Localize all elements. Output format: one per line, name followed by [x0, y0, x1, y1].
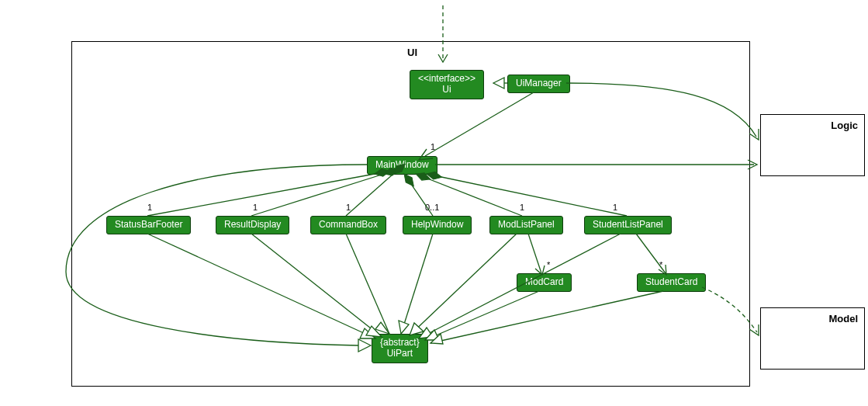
class-commandbox: CommandBox — [310, 216, 386, 234]
package-logic: Logic — [760, 114, 865, 176]
class-modcard: ModCard — [517, 273, 572, 292]
package-model: Model — [760, 307, 865, 370]
mult-mainwindow: 1 — [431, 142, 435, 151]
mult-modcard: * — [547, 260, 550, 269]
class-helpwindow: HelpWindow — [403, 216, 472, 234]
package-model-title: Model — [828, 313, 858, 324]
class-modlistpanel: ModListPanel — [489, 216, 563, 234]
class-studentcard: StudentCard — [637, 273, 706, 292]
class-mainwindow: MainWindow — [367, 156, 437, 175]
mult-statusbar: 1 — [147, 203, 152, 212]
class-uipart: {abstract} UiPart — [372, 334, 428, 363]
mult-studentlistpanel: 1 — [613, 203, 617, 212]
package-ui-title: UI — [407, 47, 417, 58]
mult-helpwindow: 0..1 — [425, 203, 439, 212]
mult-commandbox: 1 — [346, 203, 351, 212]
package-logic-title: Logic — [831, 120, 858, 131]
mult-modlistpanel: 1 — [520, 203, 524, 212]
class-studentlistpanel: StudentListPanel — [584, 216, 672, 234]
mult-resultdisplay: 1 — [253, 203, 258, 212]
class-resultdisplay: ResultDisplay — [216, 216, 289, 234]
class-ui-interface: <<interface>> Ui — [410, 70, 484, 99]
mult-studentcard: * — [659, 260, 662, 269]
class-statusbarfooter: StatusBarFooter — [106, 216, 191, 234]
class-uimanager: UiManager — [507, 75, 570, 93]
